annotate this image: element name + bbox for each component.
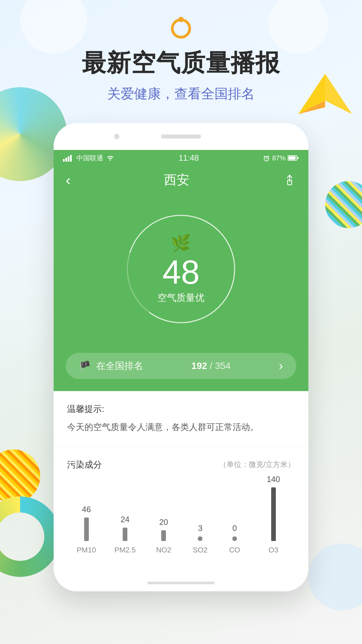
pollutants-unit: （单位：微克/立方米） (219, 460, 295, 470)
aqi-value: 48 (162, 255, 199, 289)
phone-speaker (161, 135, 201, 139)
tips-text: 今天的空气质量令人满意，各类人群可正常活动。 (67, 420, 295, 434)
pollutants-header: 污染成分 （单位：微克/立方米） (67, 459, 295, 471)
so2-label: SO2 (193, 546, 207, 554)
leaf-icon: 🌿 (171, 234, 191, 253)
pm25-label: PM2.5 (114, 546, 136, 554)
phone-bottom (54, 575, 308, 591)
battery-icon (288, 155, 299, 161)
aqi-area: 🌿 48 空气质量优 (54, 199, 308, 353)
pm10-value: 46 (82, 505, 91, 514)
carrier-name: 中国联通 (76, 154, 103, 163)
back-button[interactable]: ‹ (66, 172, 71, 189)
svg-point-7 (110, 159, 111, 161)
status-right: 87% (263, 154, 299, 162)
no2-value: 20 (159, 518, 168, 527)
co-value: 0 (232, 524, 237, 533)
signal-icon (63, 154, 74, 162)
city-name: 西安 (164, 171, 189, 189)
no2-label: NO2 (156, 546, 171, 554)
pollutants-title: 污染成分 (67, 459, 102, 471)
svg-line-12 (268, 156, 269, 157)
ranking-numbers: 192 / 354 (191, 361, 231, 371)
page-content: 最新空气质量播报 关爱健康，查看全国排名 中国联通 (0, 0, 362, 591)
aqi-gauge: 🌿 48 空气质量优 (117, 205, 245, 333)
o3-label: O3 (268, 546, 278, 554)
status-time: 11:48 (179, 153, 199, 163)
tips-section: 温馨提示: 今天的空气质量令人满意，各类人群可正常活动。 (54, 391, 308, 447)
so2-value: 3 (198, 524, 202, 533)
ranking-bar[interactable]: 🏴 在全国排名 192 / 354 › (66, 353, 296, 379)
ranking-current: 192 (191, 361, 207, 371)
status-bar: 中国联通 11:48 87% (54, 150, 308, 166)
svg-line-11 (264, 156, 265, 157)
pm10-label: PM10 (77, 546, 96, 554)
pollutant-co: 0 CO (232, 524, 237, 541)
page-title: 最新空气质量播报 (82, 47, 280, 79)
pollutants-chart: 46 PM10 24 PM2.5 20 NO2 3 (67, 484, 295, 558)
home-indicator (147, 582, 215, 584)
phone-mockup: 中国联通 11:48 87% (54, 123, 308, 591)
page-subtitle: 关爱健康，查看全国排名 (107, 85, 255, 103)
pollutant-pm25: 24 PM2.5 (121, 515, 130, 541)
pollutants-section: 污染成分 （单位：微克/立方米） 46 PM10 24 PM2.5 (54, 447, 308, 575)
pollutant-so2: 3 SO2 (198, 524, 202, 541)
svg-rect-15 (297, 157, 299, 159)
alarm-icon (263, 154, 270, 162)
ranking-arrow-icon: › (279, 359, 283, 373)
phone-camera (114, 134, 119, 139)
status-left: 中国联通 (63, 154, 115, 163)
ranking-left: 🏴 在全国排名 (79, 360, 143, 372)
svg-rect-4 (65, 158, 67, 162)
ranking-flag-icon: 🏴 (79, 361, 91, 372)
aqi-inner: 🌿 48 空气质量优 (158, 234, 204, 304)
battery-percent: 87% (272, 154, 286, 162)
share-button[interactable] (283, 173, 296, 187)
svg-rect-14 (288, 156, 296, 160)
pollutant-o3: 140 O3 (267, 475, 280, 541)
co-label: CO (229, 546, 240, 554)
pm25-value: 24 (121, 515, 130, 524)
tips-title: 温馨提示: (67, 403, 295, 415)
notification-icon (169, 17, 193, 40)
app-header: ‹ 西安 (54, 166, 308, 199)
ranking-total: 354 (215, 361, 231, 371)
ranking-text: 在全国排名 (96, 360, 143, 372)
pollutant-pm10: 46 PM10 (82, 505, 91, 541)
svg-rect-6 (70, 155, 72, 162)
phone-top-bar (54, 123, 308, 150)
aqi-label: 空气质量优 (158, 291, 204, 304)
ranking-section: 🏴 在全国排名 192 / 354 › (54, 353, 308, 391)
pollutant-no2: 20 NO2 (159, 518, 168, 541)
svg-rect-3 (63, 159, 65, 162)
svg-rect-5 (68, 156, 69, 162)
ranking-separator: / (210, 361, 213, 371)
o3-value: 140 (267, 475, 280, 484)
notif-ring (171, 18, 191, 39)
wifi-icon (106, 155, 115, 161)
